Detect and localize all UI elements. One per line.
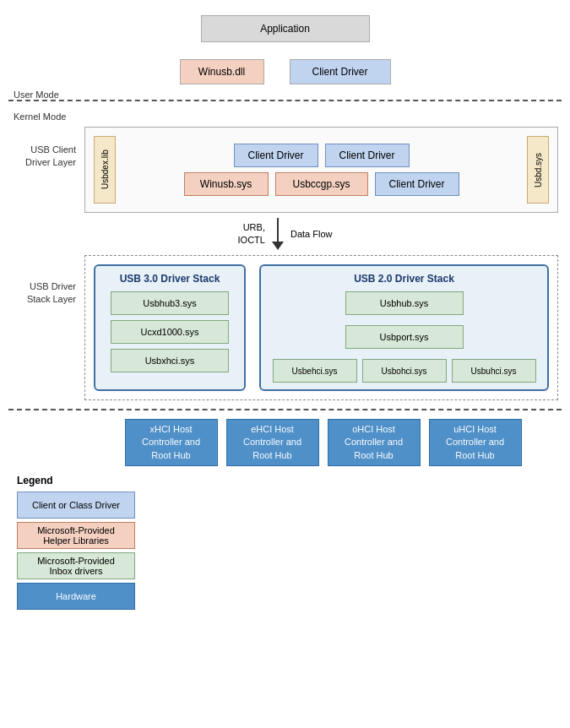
usbohci-label: Usbohci.sys	[382, 367, 427, 376]
stacks-row: USB 3.0 Driver Stack Usbhub3.sys Ucxd100…	[94, 264, 549, 391]
usbuhci-label: Usbuhci.sys	[471, 367, 517, 376]
usb2-stack-title: USB 2.0 Driver Stack	[268, 273, 540, 285]
client-driver-box-1: Client Driver	[234, 144, 318, 167]
usbhub-label: Usbhub.sys	[380, 298, 428, 308]
xhci-box: xHCI HostController andRoot Hub	[125, 419, 218, 466]
kernel-mode-label: Kernel Mode	[14, 111, 66, 122]
usb3-driver-stack: USB 3.0 Driver Stack Usbhub3.sys Ucxd100…	[94, 264, 246, 391]
legend-ms-helper: Microsoft-ProvidedHelper Libraries	[17, 522, 135, 549]
client-driver-box-3: Client Driver	[375, 172, 459, 196]
usbd-sys-box: Usbd.sys	[527, 136, 549, 204]
uhci-box: uHCI HostController andRoot Hub	[429, 419, 522, 466]
usbhub3-label: Usbhub3.sys	[143, 298, 197, 308]
application-label: Application	[260, 23, 310, 35]
legend-client-driver: Client or Class Driver	[17, 492, 135, 519]
legend-ms-inbox-label: Microsoft-ProvidedInbox drivers	[37, 556, 115, 576]
usbxhci-label: Usbxhci.sys	[145, 356, 195, 366]
ucxd1000-label: Ucxd1000.sys	[140, 327, 198, 337]
client-driver-label-1: Client Driver	[247, 149, 303, 161]
usbohci-box: Usbohci.sys	[362, 359, 447, 383]
uhci-label: uHCI HostController andRoot Hub	[446, 423, 504, 462]
client-driver-label-2: Client Driver	[339, 149, 394, 161]
winusb-sys-box: Winusb.sys	[184, 172, 269, 196]
client-driver-top-box: Client Driver	[290, 59, 391, 84]
mode-divider-line	[8, 100, 562, 101]
winusb-dll-box: Winusb.dll	[180, 59, 264, 84]
winusb-sys-label: Winusb.sys	[200, 178, 252, 190]
user-mode-label: User Mode	[14, 90, 59, 100]
legend-ms-inbox: Microsoft-ProvidedInbox drivers	[17, 552, 135, 579]
usb-driver-stack-layer: USB 3.0 Driver Stack Usbhub3.sys Ucxd100…	[84, 255, 558, 400]
usb-driver-stack-label: USB DriverStack Layer	[8, 280, 76, 307]
usbehci-label: Usbehci.sys	[292, 367, 338, 376]
winusb-dll-label: Winusb.dll	[198, 66, 245, 78]
hardware-row: xHCI HostController andRoot Hub eHCI Hos…	[84, 419, 562, 466]
usbdex-lib-label: Usbdex.lib	[100, 150, 110, 190]
data-flow-label: Data Flow	[290, 229, 333, 239]
usbehci-box: Usbehci.sys	[273, 359, 357, 383]
usbccgp-sys-box: Usbccgp.sys	[275, 172, 368, 196]
ehci-label: eHCI HostController andRoot Hub	[243, 423, 301, 462]
ohci-box: oHCI HostController andRoot Hub	[328, 419, 421, 466]
application-box: Application	[201, 15, 370, 42]
legend-hardware-label: Hardware	[56, 591, 96, 601]
top-driver-row: Winusb.dll Client Driver	[8, 59, 562, 84]
client-driver-label-3: Client Driver	[388, 178, 444, 190]
usbccgp-sys-label: Usbccgp.sys	[292, 178, 350, 190]
usb2-driver-stack: USB 2.0 Driver Stack Usbhub.sys Usbport.…	[259, 264, 549, 391]
usb2-bottom-row: Usbehci.sys Usbohci.sys Usbuhci.sys	[268, 359, 540, 383]
legend-ms-helper-label: Microsoft-ProvidedHelper Libraries	[37, 525, 115, 546]
usb-client-driver-layer: Usbdex.lib Client Driver Client Driver	[84, 127, 558, 213]
ucxd1000-box: Ucxd1000.sys	[111, 320, 229, 344]
usbhub3-box: Usbhub3.sys	[111, 291, 229, 315]
client-driver-top-label: Client Driver	[312, 66, 367, 78]
usbuhci-box: Usbuhci.sys	[452, 359, 536, 383]
urb-section: URB,IOCTL Data Flow	[8, 218, 562, 250]
usbhub-box: Usbhub.sys	[345, 291, 464, 315]
usb2-mid-row: Usbport.sys	[268, 325, 540, 354]
usbxhci-box: Usbxhci.sys	[111, 349, 229, 372]
usbport-box: Usbport.sys	[345, 325, 464, 349]
usb3-stack-title: USB 3.0 Driver Stack	[102, 273, 237, 285]
legend-hardware: Hardware	[17, 583, 135, 610]
legend-client-label: Client or Class Driver	[32, 500, 120, 510]
usb-client-layer-label: USB ClientDriver Layer	[8, 144, 76, 170]
usb2-top-row: Usbhub.sys	[268, 291, 540, 320]
xhci-label: xHCI HostController andRoot Hub	[142, 423, 200, 462]
client-driver-box-2: Client Driver	[325, 144, 410, 167]
legend-title: Legend	[17, 475, 553, 486]
ohci-label: oHCI HostController andRoot Hub	[345, 423, 403, 462]
usbport-label: Usbport.sys	[379, 332, 428, 342]
legend-section: Legend Client or Class Driver Microsoft-…	[17, 475, 553, 610]
ehci-box: eHCI HostController andRoot Hub	[226, 419, 319, 466]
usbdex-lib-box: Usbdex.lib	[94, 136, 116, 204]
arrow-down	[272, 218, 284, 250]
urb-label: URB,IOCTL	[238, 221, 265, 247]
bottom-divider	[8, 409, 562, 410]
mode-divider: User Mode Kernel Mode	[8, 90, 562, 110]
usbd-sys-label: Usbd.sys	[534, 152, 543, 187]
